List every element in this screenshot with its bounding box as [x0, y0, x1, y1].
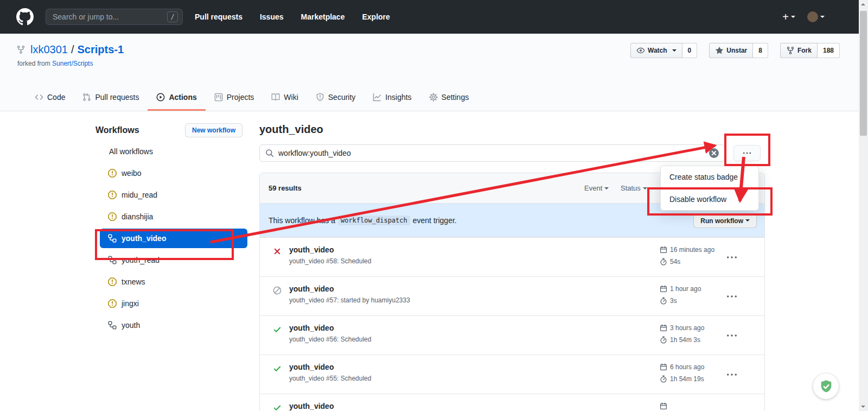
nav-explore[interactable]: Explore [362, 12, 390, 21]
global-search-input[interactable] [53, 12, 167, 21]
tab-code[interactable]: Code [26, 85, 74, 111]
tab-wiki[interactable]: Wiki [263, 85, 307, 111]
nav-marketplace[interactable]: Marketplace [301, 12, 345, 21]
tab-projects[interactable]: Projects [206, 85, 263, 111]
run-options-icon[interactable] [725, 252, 739, 263]
run-title-link[interactable]: youth_video [289, 324, 371, 332]
kebab-icon [743, 149, 751, 157]
sidebar-item-txnews[interactable]: txnews [100, 272, 247, 292]
run-meta: 3 hours ago 1h 54m 3s [660, 323, 704, 347]
calendar-icon [660, 363, 667, 371]
menu-item-disable-workflow[interactable]: Disable workflow [661, 188, 758, 210]
github-logo-icon[interactable] [16, 8, 34, 26]
tab-settings[interactable]: Settings [420, 85, 478, 111]
scroll-up-arrow-icon[interactable] [861, 3, 865, 5]
sidebar-item-dianshijia[interactable]: dianshijia [100, 207, 247, 226]
run-time: 1 hour ago [670, 285, 701, 293]
scrollbar-thumb[interactable] [860, 11, 867, 136]
workflows-heading: Workflows [95, 125, 139, 135]
run-title-link[interactable]: youth_video [289, 402, 334, 410]
sidebar-item-label: jingxi [122, 299, 139, 308]
run-meta [660, 401, 670, 411]
run-options-icon[interactable] [725, 291, 739, 302]
search-icon [265, 149, 274, 157]
run-meta: 6 hours ago 1h 54m 19s [660, 362, 704, 386]
stopwatch-icon [660, 258, 667, 265]
fork-source-link[interactable]: Sunert/Scripts [52, 60, 93, 67]
caret-down-icon [672, 49, 676, 54]
tab-pull-requests[interactable]: Pull requests [74, 85, 148, 111]
workflows-sidebar: Workflows New workflow All workflows wei… [95, 119, 247, 337]
warning-icon [108, 191, 117, 199]
run-row[interactable]: youth_video [260, 394, 764, 411]
sidebar-item-jingxi[interactable]: jingxi [100, 294, 247, 313]
unstar-button[interactable]: Unstar [709, 43, 753, 58]
run-row[interactable]: youth_video youth_video #57: started by … [260, 276, 764, 315]
run-row[interactable]: youth_video youth_video #58: Scheduled 1… [260, 237, 764, 276]
graph-icon [373, 93, 381, 102]
fork-count[interactable]: 188 [818, 43, 840, 58]
run-row[interactable]: youth_video youth_video #55: Scheduled 6… [260, 355, 764, 394]
sidebar-item-label: midu_read [122, 191, 157, 199]
run-row[interactable]: youth_video youth_video #56: Scheduled 3… [260, 315, 764, 355]
tab-actions[interactable]: Actions [148, 85, 205, 111]
run-title-link[interactable]: youth_video [289, 363, 371, 371]
calendar-icon [660, 324, 667, 332]
repo-owner-link[interactable]: lxk0301 [30, 43, 68, 56]
sidebar-item-youth-read[interactable]: youth_read [100, 250, 247, 270]
workflow-icon [108, 321, 117, 330]
global-search[interactable]: / [46, 9, 183, 25]
repo-name-link[interactable]: Scripts-1 [78, 43, 124, 56]
run-workflow-button[interactable]: Run workflow [693, 213, 757, 228]
status-filter-dropdown[interactable]: Status [621, 184, 647, 192]
clear-filter-icon[interactable] [709, 148, 719, 158]
warning-icon [108, 299, 117, 308]
banner-text: event trigger. [413, 216, 457, 225]
new-workflow-button[interactable]: New workflow [185, 123, 242, 137]
sidebar-item-youth[interactable]: youth [100, 315, 247, 335]
run-subtitle: youth_video #56: Scheduled [289, 336, 371, 343]
runs-filter-input[interactable] [278, 149, 705, 157]
event-filter-dropdown[interactable]: Event [584, 184, 609, 192]
sidebar-item-midu-read[interactable]: midu_read [100, 185, 247, 205]
run-meta: 1 hour ago 3s [660, 284, 701, 308]
watch-count[interactable]: 0 [682, 43, 698, 58]
create-new-menu[interactable]: + [782, 11, 795, 22]
fork-button[interactable]: Fork [780, 43, 818, 58]
run-options-icon[interactable] [725, 330, 739, 341]
menu-item-create-status-badge[interactable]: Create status badge [661, 166, 758, 188]
run-time: 16 minutes ago [670, 246, 714, 254]
tab-insights[interactable]: Insights [364, 85, 420, 111]
fork-notice-text: forked from [17, 60, 50, 67]
page-scrollbar[interactable] [859, 0, 868, 411]
workflow-options-button[interactable] [733, 145, 761, 161]
run-status-failure-icon [273, 247, 282, 256]
workflow-options-menu: Create status badge Disable workflow [660, 166, 759, 211]
run-options-icon[interactable] [725, 369, 739, 380]
repo-title: lxk0301 / Scripts-1 [16, 43, 124, 56]
run-title-link[interactable]: youth_video [289, 245, 371, 254]
sidebar-item-all-workflows[interactable]: All workflows [100, 142, 247, 161]
plus-icon: + [782, 11, 789, 22]
run-time: 6 hours ago [670, 363, 704, 371]
runs-filter-search[interactable] [259, 144, 725, 162]
repo-tab-nav: Code Pull requests Actions Projects Wiki… [26, 85, 477, 111]
play-icon [156, 93, 165, 102]
sidebar-item-weibo[interactable]: weibo [100, 163, 247, 183]
user-menu[interactable] [807, 11, 825, 22]
run-meta: 16 minutes ago 54s [660, 245, 714, 269]
star-icon [715, 46, 724, 55]
run-time: 3 hours ago [670, 324, 704, 332]
nav-pull-requests[interactable]: Pull requests [195, 12, 242, 21]
run-title-link[interactable]: youth_video [289, 284, 410, 293]
scroll-down-arrow-icon[interactable] [861, 406, 865, 408]
watch-button[interactable]: Watch [630, 43, 682, 58]
run-status-success-icon [273, 403, 282, 411]
adguard-extension-badge[interactable] [813, 374, 839, 399]
star-count[interactable]: 8 [753, 43, 768, 58]
tab-security[interactable]: Security [307, 85, 365, 111]
sidebar-item-youth-video[interactable]: youth_video [100, 229, 247, 248]
repo-forked-icon [786, 46, 795, 55]
warning-icon [108, 212, 117, 221]
nav-issues[interactable]: Issues [260, 12, 284, 21]
